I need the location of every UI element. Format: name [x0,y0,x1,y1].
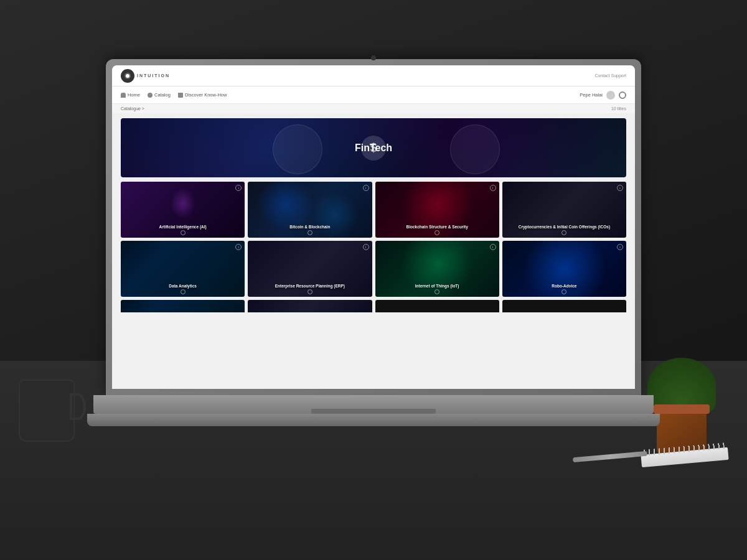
titles-count: 10 titles [611,106,626,111]
card-data-info-icon[interactable]: i [235,244,242,250]
webcam [371,55,376,60]
user-area: Pepe Halai [580,91,626,100]
hero-title: FinTech [355,142,392,154]
card-crypto[interactable]: i Cryptocurrencies & Initial Coin Offeri… [502,182,626,238]
card-robo[interactable]: i Robo-Advice [502,241,626,297]
card-erp-label: Enterprise Resource Planning (ERP) [248,284,372,288]
card-iot-info-icon[interactable]: i [490,244,496,250]
nav-links: Home Catalog Discover Know-How [121,92,227,98]
card-iot[interactable]: i Internet of Things (IoT) [375,241,499,297]
card-bitcoin-circle [308,230,312,235]
partial-row [121,300,626,312]
logo-inner [125,73,131,79]
card-blockchain-info-icon[interactable]: i [490,185,496,191]
card-data-circle [181,289,186,294]
discover-icon [178,93,183,98]
logo-text: INTUITION [137,73,170,78]
card-iot-circle [435,289,439,294]
card-crypto-circle [561,230,566,235]
card-data[interactable]: i Data Analytics [121,241,245,297]
coffee-mug [19,380,75,442]
card-erp[interactable]: i Enterprise Resource Planning (ERP) [248,241,372,297]
screen: INTUITION Contact Support Home [112,65,635,389]
cards-grid: i Artificial Intelligence (AI) i Bitcoin… [121,182,626,297]
nav-discover[interactable]: Discover Know-How [178,92,227,98]
partial-card-2 [248,300,372,312]
card-blockchain[interactable]: i Blockchain Structure & Security [375,182,499,238]
breadcrumb[interactable]: Catalogue > [121,106,144,111]
laptop-bezel: INTUITION Contact Support Home [112,65,635,389]
card-blockchain-label: Blockchain Structure & Security [375,225,499,229]
card-robo-circle [561,289,566,294]
card-crypto-info-icon[interactable]: i [617,185,623,191]
catalog-icon [148,93,153,98]
card-iot-label: Internet of Things (IoT) [375,284,499,288]
user-avatar [606,91,615,100]
power-icon[interactable] [619,91,626,99]
card-bitcoin-label: Bitcoin & Blockchain [248,225,372,229]
logo-area: INTUITION [121,69,170,83]
laptop: INTUITION Contact Support Home [87,59,660,460]
card-ai-label: Artificial Intelligence (AI) [121,225,245,229]
breadcrumb-bar: Catalogue > 10 titles [112,104,635,113]
keyboard-area [87,414,660,426]
card-data-label: Data Analytics [121,284,245,288]
card-robo-info-icon[interactable]: i [617,244,623,250]
partial-card-4 [502,300,626,312]
partial-card-3 [375,300,499,312]
card-erp-info-icon[interactable]: i [363,244,369,250]
hero-glow-2 [450,124,500,174]
logo-icon [121,69,134,83]
contact-support-link[interactable]: Contact Support [594,73,626,78]
card-ai-info-icon[interactable]: i [235,185,242,191]
site-header: INTUITION Contact Support [112,65,635,86]
card-bitcoin-info-icon[interactable]: i [363,185,369,191]
card-bitcoin[interactable]: i Bitcoin & Blockchain [248,182,372,238]
card-crypto-label: Cryptocurrencies & Initial Coin Offering… [502,225,626,229]
user-name: Pepe Halai [580,92,603,98]
card-ai[interactable]: i Artificial Intelligence (AI) [121,182,245,238]
hero-glow-1 [273,124,322,174]
nav-home[interactable]: Home [121,92,140,98]
laptop-lid: INTUITION Contact Support Home [106,59,641,395]
card-blockchain-circle [435,230,439,235]
nav-catalog[interactable]: Catalog [148,92,171,98]
site-nav: Home Catalog Discover Know-How [112,86,635,104]
site-content: $ FinTech i Artificial Intelligence (AI) [112,113,635,317]
card-robo-label: Robo-Advice [502,284,626,288]
desk-scene: INTUITION Contact Support Home [0,0,747,560]
card-ai-circle [181,230,186,235]
home-icon [121,93,126,98]
laptop-base [93,395,654,414]
hero-card[interactable]: $ FinTech [121,118,626,177]
card-erp-circle [308,289,312,294]
partial-card-1 [121,300,245,312]
